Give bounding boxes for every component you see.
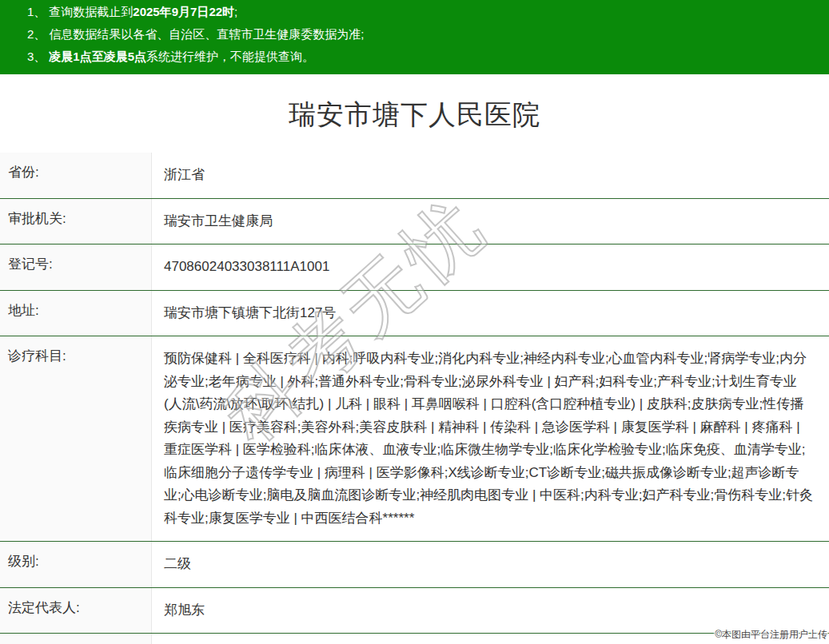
notice-item: 1、查询数据截止到2025年9月7日22时; <box>27 1 821 23</box>
row-label: 审批机关: <box>0 199 152 244</box>
row-label: 诊疗科目: <box>0 336 152 541</box>
notice-text: 1、 <box>27 5 46 18</box>
notice-text: 系统进行维护，不能提供查询。 <box>146 50 314 63</box>
row-label: 省份: <box>0 153 152 198</box>
row-value: 瑞安市卫生健康局 <box>152 199 829 244</box>
notice-text: 凌晨1点至凌晨5点 <box>49 50 146 63</box>
notice-text: 查询数据截止到 <box>49 5 133 18</box>
row-value: 二级 <box>152 542 829 587</box>
notice-text: 2、 <box>27 27 46 41</box>
row-label: 法定代表人: <box>0 588 152 634</box>
title-wrap: 瑞安市塘下人民医院 <box>0 97 829 133</box>
table-row: 主要负责人:郑小春 <box>0 634 829 644</box>
row-label: 登记号: <box>0 244 152 290</box>
notice-item: 2、信息数据结果以各省、自治区、直辖市卫生健康委数据为准; <box>27 23 821 46</box>
table-row: 登记号:47086024033038111A1001 <box>0 244 829 291</box>
notice-item: 3、凌晨1点至凌晨5点系统进行维护，不能提供查询。 <box>27 46 821 68</box>
page-title: 瑞安市塘下人民医院 <box>289 99 540 129</box>
row-label: 地址: <box>0 291 152 336</box>
row-value: 郑旭东 <box>152 588 829 634</box>
notice-text: 3、 <box>27 50 46 63</box>
table-row: 审批机关:瑞安市卫生健康局 <box>0 199 829 245</box>
notice-text: 2025年9月7日22时 <box>133 5 234 18</box>
row-value: 瑞安市塘下镇塘下北街127号 <box>152 291 829 336</box>
table-row: 级别:二级 <box>0 542 829 588</box>
row-label: 主要负责人: <box>0 634 152 644</box>
notice-list: 1、查询数据截止到2025年9月7日22时;2、信息数据结果以各省、自治区、直辖… <box>27 1 821 68</box>
copyright-note: ©本图由平台注册用户上传 <box>715 628 827 642</box>
row-value: 47086024033038111A1001 <box>152 244 829 290</box>
notice-text: 信息数据结果以各省、自治区、直辖市卫生健康委数据为准; <box>49 27 364 41</box>
table-row: 地址:瑞安市塘下镇塘下北街127号 <box>0 291 829 337</box>
notice-banner: 1、查询数据截止到2025年9月7日22时;2、信息数据结果以各省、自治区、直辖… <box>0 0 829 74</box>
row-value: 预防保健科 | 全科医疗科 | 内科;呼吸内科专业;消化内科专业;神经内科专业;… <box>152 336 829 541</box>
row-label: 级别: <box>0 542 152 587</box>
row-value: 浙江省 <box>152 153 829 198</box>
info-table: 省份:浙江省审批机关:瑞安市卫生健康局登记号:47086024033038111… <box>0 153 829 644</box>
table-row: 省份:浙江省 <box>0 153 829 199</box>
table-row: 诊疗科目:预防保健科 | 全科医疗科 | 内科;呼吸内科专业;消化内科专业;神经… <box>0 336 829 542</box>
table-row: 法定代表人:郑旭东 <box>0 588 829 634</box>
notice-text: ; <box>234 5 237 18</box>
